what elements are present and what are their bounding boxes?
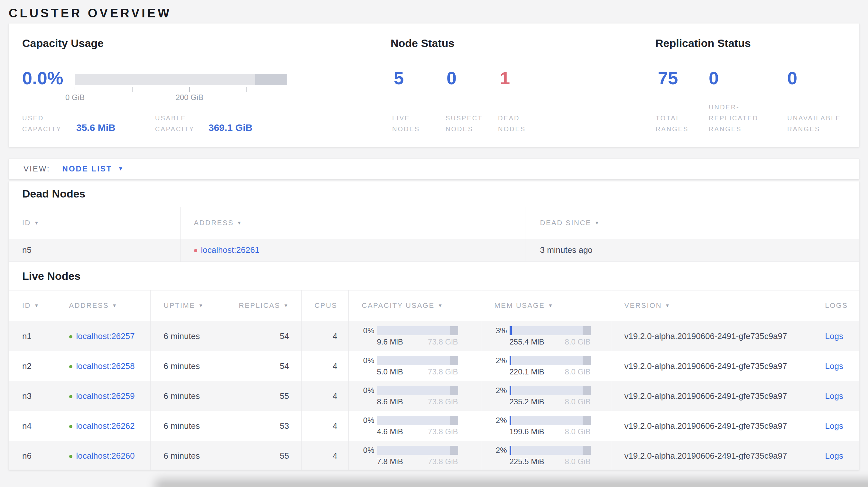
used-capacity-label: USED CAPACITY: [22, 112, 62, 134]
logs-link[interactable]: Logs: [825, 451, 843, 461]
mem-usage-cell: 2%199.6 MiB8.0 GiB: [481, 411, 611, 441]
live-status-dot-icon: [69, 455, 72, 458]
mem-used-label: 235.2 MiB: [509, 397, 544, 406]
under-replicated-label: UNDER- REPLICATED RANGES: [709, 102, 758, 134]
live-col-logs: LOGS: [813, 290, 859, 321]
logs-link[interactable]: Logs: [825, 361, 843, 371]
dead-status-dot-icon: [194, 249, 197, 252]
mem-percent-label: 3%: [485, 326, 507, 335]
live-col-address[interactable]: ADDRESS▼: [56, 290, 150, 321]
logs-cell: Logs: [813, 381, 859, 411]
sort-desc-icon: ▼: [112, 303, 117, 308]
live-status-dot-icon: [69, 395, 72, 398]
sort-desc-icon: ▼: [438, 303, 443, 308]
mem-total-label: 8.0 GiB: [565, 337, 590, 347]
replicas-cell: 55: [222, 381, 302, 411]
live-col-capacity[interactable]: CAPACITY USAGE▼: [348, 290, 481, 321]
dead-col-dead-since[interactable]: DEAD SINCE▼: [525, 207, 859, 239]
live-nodes-count: 5: [394, 68, 404, 89]
capacity-total-label: 73.8 GiB: [428, 337, 458, 347]
node-address-link[interactable]: localhost:26262: [76, 421, 135, 431]
live-node-row: n3localhost:262596 minutes5540%8.6 MiB73…: [9, 381, 859, 411]
mem-total-label: 8.0 GiB: [565, 397, 590, 406]
capacity-percent: 0.0%: [22, 68, 63, 89]
capacity-minibar: [377, 386, 458, 395]
mem-usage-cell: 2%235.2 MiB8.0 GiB: [481, 381, 611, 411]
table-header-row: ID▼ ADDRESS▼ UPTIME▼ REPLICAS▼ CPUS CAPA…: [9, 290, 859, 321]
logs-link[interactable]: Logs: [825, 331, 843, 341]
sort-desc-icon: ▼: [594, 220, 600, 226]
capacity-minibar: [377, 416, 458, 425]
capacity-percent-label: 0%: [352, 446, 374, 455]
capacity-total-label: 73.8 GiB: [428, 457, 458, 466]
replicas-cell: 55: [222, 441, 302, 470]
node-address-cell: localhost:26259: [56, 381, 150, 411]
replicas-cell: 54: [222, 321, 302, 351]
capacity-minibar: [377, 356, 458, 365]
capacity-usage-bar: [75, 74, 287, 85]
cluster-summary-card: Capacity Usage Node Status Replication S…: [9, 23, 859, 147]
live-node-row: n2localhost:262586 minutes5440%5.0 MiB73…: [9, 351, 859, 381]
sort-desc-icon: ▼: [34, 303, 39, 308]
dead-col-address[interactable]: ADDRESS▼: [181, 207, 525, 239]
node-address-link[interactable]: localhost:26260: [76, 451, 135, 461]
logs-link[interactable]: Logs: [825, 391, 843, 401]
mem-usage-cell: 2%220.1 MiB8.0 GiB: [481, 351, 611, 381]
version-cell: v19.2.0-alpha.20190606-2491-gfe735c9a97: [611, 321, 813, 351]
table-header-row: ID▼ ADDRESS▼ DEAD SINCE▼: [9, 207, 859, 239]
node-address-link[interactable]: localhost:26257: [76, 331, 135, 341]
chevron-down-icon[interactable]: ▼: [118, 166, 124, 172]
nodes-card: Dead Nodes ID▼ ADDRESS▼ DEAD SINCE▼ n5 l…: [9, 181, 859, 470]
node-id-cell: n4: [9, 411, 56, 441]
live-col-id[interactable]: ID▼: [9, 290, 56, 321]
live-col-mem[interactable]: MEM USAGE▼: [481, 290, 611, 321]
view-dropdown[interactable]: NODE LIST: [62, 164, 112, 173]
mem-minibar: [509, 446, 591, 455]
live-col-version[interactable]: VERSION▼: [611, 290, 813, 321]
capacity-usage-cell: 0%9.6 MiB73.8 GiB: [348, 321, 481, 351]
mem-percent-label: 2%: [485, 386, 507, 395]
capacity-used-label: 4.6 MiB: [377, 427, 403, 436]
live-node-row: n6localhost:262606 minutes5540%7.8 MiB73…: [9, 441, 859, 470]
node-address-cell: localhost:26261: [181, 239, 525, 262]
capacity-percent-label: 0%: [352, 326, 374, 335]
usable-capacity-value: 369.1 GiB: [209, 122, 253, 133]
node-address-link[interactable]: localhost:26261: [201, 245, 260, 255]
window-shadow: [154, 479, 868, 487]
sort-desc-icon: ▼: [283, 303, 289, 308]
node-address-cell: localhost:26258: [56, 351, 150, 381]
uptime-cell: 6 minutes: [150, 381, 222, 411]
node-id-cell: n6: [9, 441, 56, 470]
live-nodes-table: ID▼ ADDRESS▼ UPTIME▼ REPLICAS▼ CPUS CAPA…: [9, 290, 859, 470]
logs-link[interactable]: Logs: [825, 421, 843, 431]
mem-total-label: 8.0 GiB: [565, 457, 590, 466]
uptime-cell: 6 minutes: [150, 351, 222, 381]
capacity-total-label: 73.8 GiB: [428, 397, 458, 406]
capacity-usage-cell: 0%7.8 MiB73.8 GiB: [348, 441, 481, 470]
replicas-cell: 54: [222, 351, 302, 381]
total-ranges-label: TOTAL RANGES: [656, 112, 688, 134]
dead-col-id[interactable]: ID▼: [9, 207, 181, 239]
cpus-cell: 4: [302, 351, 348, 381]
mem-percent-label: 2%: [485, 416, 507, 425]
live-col-uptime[interactable]: UPTIME▼: [150, 290, 222, 321]
sort-desc-icon: ▼: [665, 303, 671, 308]
logs-cell: Logs: [813, 351, 859, 381]
under-replicated-count: 0: [709, 68, 719, 89]
node-address-link[interactable]: localhost:26259: [76, 391, 135, 401]
node-id-cell: n5: [9, 239, 181, 262]
axis-tick-label-200: 200 GiB: [176, 93, 204, 102]
unavailable-ranges-count: 0: [787, 68, 797, 89]
capacity-total-label: 73.8 GiB: [428, 367, 458, 376]
capacity-used-label: 8.6 MiB: [377, 397, 403, 406]
node-address-cell: localhost:26257: [56, 321, 150, 351]
total-ranges-count: 75: [658, 68, 678, 89]
dead-nodes-table: ID▼ ADDRESS▼ DEAD SINCE▼ n5 localhost:26…: [9, 207, 859, 262]
version-cell: v19.2.0-alpha.20190606-2491-gfe735c9a97: [611, 411, 813, 441]
node-address-link[interactable]: localhost:26258: [76, 361, 135, 371]
capacity-used-label: 9.6 MiB: [377, 337, 403, 347]
live-status-dot-icon: [69, 425, 72, 428]
capacity-bar-endcap: [255, 74, 287, 85]
live-col-replicas[interactable]: REPLICAS▼: [222, 290, 302, 321]
mem-minibar: [509, 416, 591, 425]
